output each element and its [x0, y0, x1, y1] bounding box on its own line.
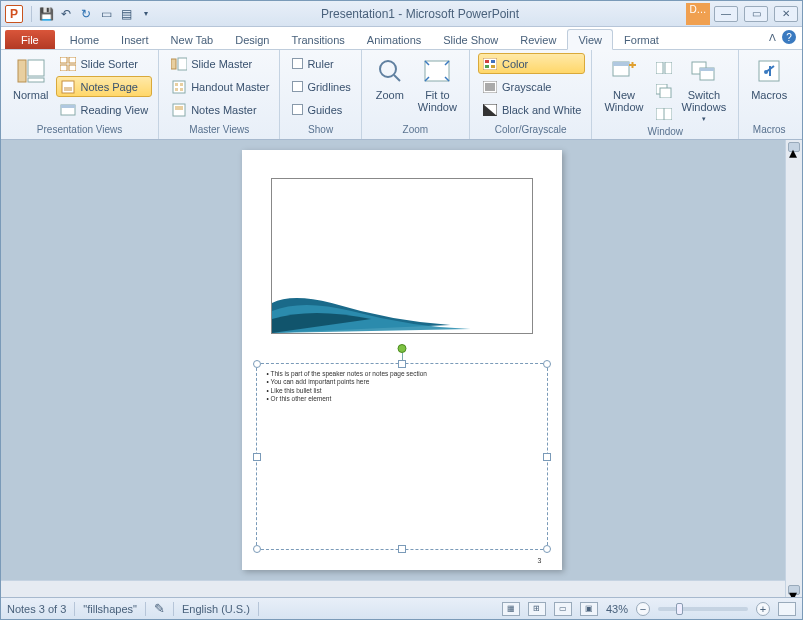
save-icon[interactable]: 💾: [38, 6, 54, 22]
normal-view-button[interactable]: Normal: [7, 53, 54, 123]
qat-button-2[interactable]: ▤: [118, 6, 134, 22]
restore-button[interactable]: ▭: [744, 6, 768, 22]
sorter-view-status-button[interactable]: ⊞: [528, 602, 546, 616]
grayscale-button[interactable]: Grayscale: [478, 76, 585, 97]
tab-review[interactable]: Review: [509, 29, 567, 49]
scroll-down-icon[interactable]: ▾: [788, 585, 800, 595]
color-label: Color: [502, 58, 528, 70]
selection-handle[interactable]: [253, 545, 261, 553]
spellcheck-icon[interactable]: ✎: [154, 601, 165, 616]
tab-home[interactable]: Home: [59, 29, 110, 49]
move-split-button[interactable]: [652, 103, 676, 124]
reading-view-icon: [60, 102, 76, 118]
group-show: Ruler Gridlines Guides Show: [280, 50, 361, 139]
slideshow-view-status-button[interactable]: ▣: [580, 602, 598, 616]
quick-access-toolbar: 💾 ↶ ↻ ▭ ▤ ▾: [29, 6, 154, 22]
scroll-up-icon[interactable]: ▴: [788, 142, 800, 152]
notes-master-button[interactable]: Notes Master: [167, 99, 273, 120]
slide-sorter-button[interactable]: Slide Sorter: [56, 53, 152, 74]
tab-design[interactable]: Design: [224, 29, 280, 49]
svg-rect-11: [61, 105, 75, 108]
slide-master-label: Slide Master: [191, 58, 252, 70]
svg-rect-14: [173, 81, 185, 93]
tab-transitions[interactable]: Transitions: [280, 29, 355, 49]
reading-view-status-button[interactable]: ▭: [554, 602, 572, 616]
switch-windows-button[interactable]: Switch Windows ▾: [676, 53, 733, 125]
undo-icon[interactable]: ↶: [58, 6, 74, 22]
black-white-button[interactable]: Black and White: [478, 99, 585, 120]
selection-handle[interactable]: [543, 545, 551, 553]
svg-rect-6: [69, 65, 76, 71]
horizontal-scrollbar[interactable]: [1, 580, 785, 597]
fit-to-window-button[interactable]: Fit to Window: [412, 53, 463, 123]
tab-new-tab[interactable]: New Tab: [160, 29, 225, 49]
zoom-out-button[interactable]: −: [636, 602, 650, 616]
notes-master-icon: [171, 102, 187, 118]
cascade-button[interactable]: [652, 80, 676, 101]
guides-checkbox[interactable]: Guides: [288, 99, 354, 120]
slide-thumbnail[interactable]: [271, 178, 533, 334]
tab-file[interactable]: File: [5, 30, 55, 49]
tab-slide-show[interactable]: Slide Show: [432, 29, 509, 49]
color-button[interactable]: Color: [478, 53, 585, 74]
vertical-scrollbar[interactable]: ▴ ▾: [785, 140, 802, 597]
notes-line: Like this bullet list: [267, 387, 537, 395]
minimize-ribbon-icon[interactable]: ᐱ: [769, 32, 776, 43]
notes-line: Or this other element: [267, 395, 537, 403]
redo-icon[interactable]: ↻: [78, 6, 94, 22]
notes-master-label: Notes Master: [191, 104, 256, 116]
tab-animations[interactable]: Animations: [356, 29, 432, 49]
new-window-button[interactable]: New Window: [598, 53, 649, 125]
tab-insert[interactable]: Insert: [110, 29, 160, 49]
svg-rect-1: [28, 60, 44, 76]
zoom-slider-thumb[interactable]: [676, 603, 683, 615]
tab-format[interactable]: Format: [613, 29, 670, 49]
zoom-in-button[interactable]: +: [756, 602, 770, 616]
grayscale-label: Grayscale: [502, 81, 552, 93]
zoom-button[interactable]: Zoom: [368, 53, 412, 123]
handout-master-label: Handout Master: [191, 81, 269, 93]
handout-master-button[interactable]: Handout Master: [167, 76, 273, 97]
ruler-label: Ruler: [307, 58, 333, 70]
notes-page-button[interactable]: Notes Page: [56, 76, 152, 97]
group-label-window: Window: [598, 125, 732, 139]
ruler-checkbox[interactable]: Ruler: [288, 53, 354, 74]
arrange-all-button[interactable]: [652, 57, 676, 78]
svg-rect-35: [665, 62, 672, 74]
help-icon[interactable]: ?: [782, 30, 796, 44]
ribbon: Normal Slide Sorter Notes Page Reading V…: [1, 50, 802, 140]
selection-handle[interactable]: [253, 453, 261, 461]
rotation-handle[interactable]: [397, 344, 406, 353]
zoom-slider[interactable]: [658, 607, 748, 611]
reading-view-label: Reading View: [80, 104, 148, 116]
fit-to-window-status-button[interactable]: [778, 602, 796, 616]
selection-handle[interactable]: [543, 453, 551, 461]
zoom-level[interactable]: 43%: [606, 603, 628, 615]
group-zoom: Zoom Fit to Window Zoom: [362, 50, 470, 139]
qat-button-1[interactable]: ▭: [98, 6, 114, 22]
slide-master-button[interactable]: Slide Master: [167, 53, 273, 74]
selection-handle[interactable]: [398, 360, 406, 368]
color-icon: [482, 56, 498, 72]
notes-text[interactable]: This is part of the speaker notes or not…: [257, 364, 547, 410]
minimize-button[interactable]: —: [714, 6, 738, 22]
qat-customize-icon[interactable]: ▾: [138, 6, 154, 22]
macros-button[interactable]: Macros: [745, 53, 793, 123]
tab-view[interactable]: View: [567, 29, 613, 50]
selection-handle[interactable]: [398, 545, 406, 553]
group-label-master-views: Master Views: [165, 123, 273, 138]
selection-handle[interactable]: [543, 360, 551, 368]
status-bar: Notes 3 of 3 "fillshapes" ✎ English (U.S…: [1, 597, 802, 619]
addin-tag[interactable]: D…: [686, 3, 710, 25]
status-language[interactable]: English (U.S.): [182, 603, 250, 615]
gridlines-checkbox[interactable]: Gridlines: [288, 76, 354, 97]
close-button[interactable]: ✕: [774, 6, 798, 22]
powerpoint-icon: P: [5, 5, 23, 23]
notes-text-placeholder[interactable]: This is part of the speaker notes or not…: [256, 363, 548, 550]
selection-handle[interactable]: [253, 360, 261, 368]
normal-view-status-button[interactable]: ▦: [502, 602, 520, 616]
svg-rect-26: [491, 60, 495, 63]
notes-page[interactable]: This is part of the speaker notes or not…: [242, 150, 562, 570]
reading-view-button[interactable]: Reading View: [56, 99, 152, 120]
notes-line: This is part of the speaker notes or not…: [267, 370, 537, 378]
